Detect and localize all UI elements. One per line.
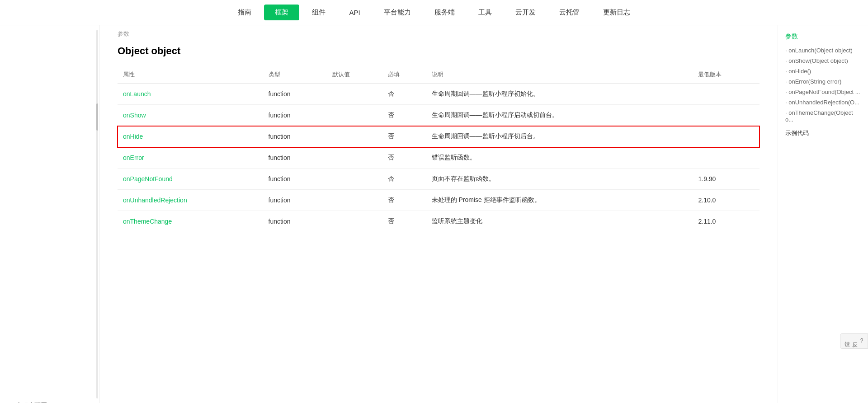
nav-components[interactable]: 组件: [301, 5, 336, 20]
col-property: 属性: [118, 66, 263, 84]
cell-type: function: [263, 84, 327, 105]
right-panel-link-6[interactable]: · onThemeChange(Object o...: [785, 108, 861, 125]
cell-type: function: [263, 169, 327, 190]
cell-default: [327, 169, 382, 190]
main-layout: ▶ 小程序配置 场景值 ▶ 框架接口 小程序 App App getApp 页面…: [0, 25, 868, 403]
property-link[interactable]: onPageNotFound: [123, 175, 173, 183]
table-row: onThemeChangefunction否监听系统主题变化2.11.0: [118, 211, 760, 232]
cell-property[interactable]: onPageNotFound: [118, 169, 263, 190]
cell-description: 生命周期回调——监听小程序初始化。: [426, 84, 693, 105]
nav-api[interactable]: API: [338, 5, 371, 20]
right-panel-link-5[interactable]: · onUnhandledRejection(O...: [785, 97, 861, 108]
property-link[interactable]: onHide: [123, 133, 143, 140]
main-content: 参数 Object object 属性 类型 默认值 必填 说明 最低版本 on…: [99, 25, 778, 403]
top-nav: 指南 框架 组件 API 平台能力 服务端 工具 云开发 云托管 更新日志: [0, 0, 868, 25]
cell-required: 否: [382, 84, 426, 105]
cell-description: 生命周期回调——监听小程序切后台。: [426, 126, 693, 147]
cell-default: [327, 190, 382, 211]
cell-version: [693, 105, 760, 126]
cell-description: 未处理的 Promise 拒绝事件监听函数。: [426, 190, 693, 211]
col-default: 默认值: [327, 66, 382, 84]
cell-type: function: [263, 190, 327, 211]
table-row: onHidefunction否生命周期回调——监听小程序切后台。: [118, 126, 760, 147]
cell-required: 否: [382, 105, 426, 126]
table-row: onShowfunction否生命周期回调——监听小程序启动或切前台。: [118, 105, 760, 126]
cell-default: [327, 126, 382, 147]
cell-property[interactable]: onHide: [118, 126, 263, 147]
cell-version: [693, 84, 760, 105]
cell-required: 否: [382, 169, 426, 190]
cell-property[interactable]: onError: [118, 147, 263, 169]
right-panel-link-4[interactable]: · onPageNotFound(Object ...: [785, 87, 861, 97]
property-link[interactable]: onThemeChange: [123, 218, 172, 225]
cell-property[interactable]: onShow: [118, 105, 263, 126]
nav-hosting[interactable]: 云托管: [548, 5, 590, 20]
cell-description: 生命周期回调——监听小程序启动或切前台。: [426, 105, 693, 126]
property-link[interactable]: onLaunch: [123, 90, 151, 98]
nav-cloud[interactable]: 云开发: [505, 5, 547, 20]
cell-required: 否: [382, 211, 426, 232]
cell-version: 2.10.0: [693, 190, 760, 211]
cell-description: 页面不存在监听函数。: [426, 169, 693, 190]
cell-version: [693, 126, 760, 147]
cell-property[interactable]: onUnhandledRejection: [118, 190, 263, 211]
col-version: 最低版本: [693, 66, 760, 84]
cell-default: [327, 211, 382, 232]
cell-property[interactable]: onThemeChange: [118, 211, 263, 232]
right-panel-link-2[interactable]: · onHide(): [785, 66, 861, 76]
cell-type: function: [263, 105, 327, 126]
cell-type: function: [263, 126, 327, 147]
right-panel-example-code[interactable]: 示例代码: [785, 129, 861, 137]
sidebar-item-miniprogram-config[interactable]: ▶ 小程序配置: [0, 398, 99, 403]
cell-type: function: [263, 211, 327, 232]
cell-version: 2.11.0: [693, 211, 760, 232]
cell-type: function: [263, 147, 327, 169]
nav-platform[interactable]: 平台能力: [373, 5, 422, 20]
cell-description: 错误监听函数。: [426, 147, 693, 169]
cell-version: [693, 147, 760, 169]
cell-required: 否: [382, 147, 426, 169]
properties-table: 属性 类型 默认值 必填 说明 最低版本 onLaunchfunction否生命…: [118, 66, 760, 232]
col-required: 必填: [382, 66, 426, 84]
col-description: 说明: [426, 66, 693, 84]
cell-default: [327, 105, 382, 126]
cell-description: 监听系统主题变化: [426, 211, 693, 232]
cell-default: [327, 84, 382, 105]
cell-property[interactable]: onLaunch: [118, 84, 263, 105]
cell-required: 否: [382, 190, 426, 211]
section-header: 参数: [118, 30, 760, 38]
cell-default: [327, 147, 382, 169]
nav-changelog[interactable]: 更新日志: [592, 5, 641, 20]
property-link[interactable]: onShow: [123, 112, 146, 119]
page-title: Object object: [118, 45, 760, 57]
right-panel-link-1[interactable]: · onShow(Object object): [785, 56, 861, 66]
feedback-button[interactable]: ?反馈: [840, 333, 868, 349]
sidebar: ▶ 小程序配置 场景值 ▶ 框架接口 小程序 App App getApp 页面…: [0, 25, 99, 403]
table-row: onLaunchfunction否生命周期回调——监听小程序初始化。: [118, 84, 760, 105]
right-panel-title: 参数: [785, 33, 861, 41]
cell-required: 否: [382, 126, 426, 147]
table-row: onErrorfunction否错误监听函数。: [118, 147, 760, 169]
nav-tools[interactable]: 工具: [467, 5, 503, 20]
property-link[interactable]: onUnhandledRejection: [123, 197, 187, 204]
right-panel-link-3[interactable]: · onError(String error): [785, 76, 861, 87]
col-type: 类型: [263, 66, 327, 84]
table-row: onPageNotFoundfunction否页面不存在监听函数。1.9.90: [118, 169, 760, 190]
nav-server[interactable]: 服务端: [424, 5, 466, 20]
right-panel-link-0[interactable]: · onLaunch(Object object): [785, 45, 861, 56]
nav-guide[interactable]: 指南: [227, 5, 262, 20]
cell-version: 1.9.90: [693, 169, 760, 190]
nav-framework[interactable]: 框架: [264, 5, 299, 20]
property-link[interactable]: onError: [123, 154, 144, 161]
table-row: onUnhandledRejectionfunction否未处理的 Promis…: [118, 190, 760, 211]
